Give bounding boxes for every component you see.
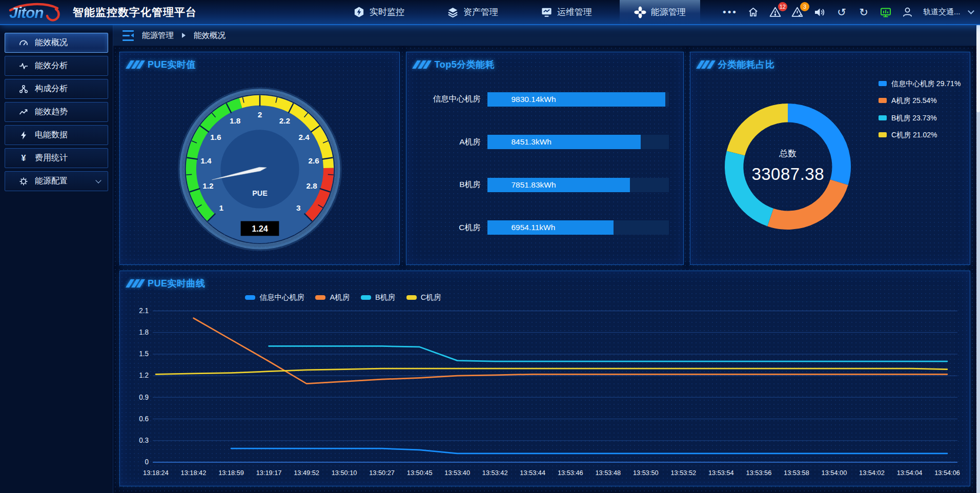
legend-swatch [245,295,255,300]
svg-text:3: 3 [296,203,301,212]
top5-bar-chart: 信息中心机房 9830.14kWh A机房 8451.3kWh B机房 7851… [406,73,683,264]
user-icon[interactable] [901,6,914,19]
panel-pue-gauge: PUE实时值 11.21.41.61.822.22.42.62.83PUE1.2… [119,52,400,265]
monitor-chart-icon [540,6,553,18]
legend-item[interactable]: 信息中心机房 29.71% [879,79,967,88]
user-name[interactable]: 轨道交通... [923,7,961,17]
scrollbar-thumb[interactable] [976,25,980,112]
svg-text:1.8: 1.8 [230,116,241,125]
svg-text:0.3: 0.3 [139,436,149,444]
bolt-icon [19,131,28,140]
panel-header: PUE实时曲线 [120,271,970,292]
legend-label: B机房 [375,293,395,302]
history-icon[interactable]: ↺ [835,6,848,19]
alarm-confirmed-icon[interactable]: 3 [791,6,804,19]
bar-value-label: 8451.3kWh [487,137,551,147]
svg-text:0: 0 [145,458,149,466]
legend-item[interactable]: B机房 [361,293,395,302]
more-tabs-button[interactable]: ••• [713,0,747,24]
title-slashes-icon [699,60,713,69]
svg-text:13:53:46: 13:53:46 [558,469,583,477]
breadcrumb-arrow-icon [182,33,186,38]
sidebar: 能效概况 能效分析 构成分析 能效趋势 电能数据 ¥ 费用统计 [0,25,113,493]
legend-swatch [879,132,887,137]
sidebar-item-energy-analysis[interactable]: 能效分析 [5,56,108,76]
panel-header: 分类能耗占比 [690,52,970,73]
svg-text:0.9: 0.9 [139,393,149,401]
bar-category-label: A机房 [411,137,480,148]
bar-fill[interactable]: 9830.14kWh [487,92,665,107]
tab-ops-management[interactable]: 运维管理 [526,0,606,24]
svg-text:13:19:17: 13:19:17 [256,469,282,477]
legend-item[interactable]: A机房 [315,293,350,302]
bar-row: C机房 6954.11kWh [411,220,668,235]
svg-text:2.6: 2.6 [308,156,319,165]
panel-title: 分类能耗占比 [718,58,775,71]
svg-text:13:53:52: 13:53:52 [670,469,696,477]
svg-text:13:49:52: 13:49:52 [294,469,319,477]
legend-swatch [879,81,887,86]
donut-legend: 信息中心机房 29.71% A机房 25.54% B机房 23.73% C机房 … [879,73,967,260]
bar-value-label: 6954.11kWh [487,223,555,232]
chevron-down-icon[interactable] [968,8,975,14]
bar-fill[interactable]: 7851.83kWh [487,178,629,192]
breadcrumb-item-overview[interactable]: 能效概况 [194,30,226,41]
refresh-icon[interactable]: ↻ [857,6,870,19]
sidebar-item-label: 电能数据 [35,130,68,140]
big-screen-icon[interactable] [879,6,892,19]
legend-item[interactable]: C机房 [406,293,441,302]
navbar-actions: 12 3 ↺ ↻ 轨道交通... [747,6,980,19]
tab-energy-management[interactable]: 能源管理 [620,0,700,24]
svg-text:13:54:02: 13:54:02 [859,469,885,477]
sidebar-item-power-data[interactable]: 电能数据 [5,125,108,145]
legend-item[interactable]: A机房 25.54% [879,96,967,105]
tab-label: 资产管理 [463,6,498,18]
svg-text:13:53:56: 13:53:56 [746,469,772,477]
sidebar-item-composition-analysis[interactable]: 构成分析 [5,79,108,99]
pulse-icon [19,61,28,71]
svg-text:13:50:10: 13:50:10 [332,469,357,477]
sidebar-item-label: 能效概况 [35,37,68,48]
page-scrollbar[interactable] [976,25,980,493]
breadcrumb-item-energy[interactable]: 能源管理 [142,30,174,41]
tab-asset-management[interactable]: 资产管理 [432,0,513,24]
panel-top5-energy: Top5分类能耗 信息中心机房 9830.14kWh A机房 8451.3kWh [406,52,683,265]
brand-area: Jiton 智能监控数字化管理平台 [0,2,241,23]
svg-text:2: 2 [257,110,262,119]
tab-realtime-monitoring[interactable]: 实时监控 [338,0,419,24]
fan-icon [634,6,646,18]
top-navbar: Jiton 智能监控数字化管理平台 实时监控 资产管理 运维 [0,0,980,25]
bar-fill[interactable]: 6954.11kWh [487,220,613,235]
bar-category-label: 信息中心机房 [411,94,480,105]
sound-icon[interactable] [813,6,826,19]
svg-text:13:53:50: 13:53:50 [633,469,659,477]
svg-text:13:53:54: 13:53:54 [708,469,734,477]
sidebar-item-energy-trend[interactable]: 能效趋势 [5,102,108,122]
tab-label: 实时监控 [370,6,404,18]
svg-text:13:18:59: 13:18:59 [218,469,244,477]
collapse-sidebar-icon[interactable] [122,30,134,41]
svg-text:13:18:24: 13:18:24 [143,469,169,477]
svg-text:PUE: PUE [252,189,268,197]
sidebar-item-cost-statistics[interactable]: ¥ 费用统计 [5,148,108,168]
legend-item[interactable]: C机房 21.02% [879,130,967,139]
lightning-hexagon-icon [353,6,365,18]
legend-item[interactable]: 信息中心机房 [245,293,304,302]
svg-text:2.1: 2.1 [139,306,149,315]
alarm-unconfirmed-icon[interactable]: 12 [769,6,782,19]
svg-text:13:50:45: 13:50:45 [407,469,433,477]
svg-text:13:53:42: 13:53:42 [482,469,508,477]
dashboard-content: PUE实时值 11.21.41.61.822.22.42.62.83PUE1.2… [113,46,976,493]
home-icon[interactable] [747,6,760,19]
svg-text:1.8: 1.8 [139,328,149,336]
pue-gauge-chart: 11.21.41.61.822.22.42.62.83PUE1.24 [120,73,399,264]
bar-fill[interactable]: 8451.3kWh [487,135,640,149]
bar-track: 7851.83kWh [487,178,668,192]
sidebar-item-energy-config[interactable]: 能源配置 [5,171,108,191]
legend-label: A机房 [330,293,350,302]
svg-text:13:54:04: 13:54:04 [897,469,923,477]
sidebar-item-label: 能源配置 [35,176,68,187]
legend-item[interactable]: B机房 23.73% [879,113,967,122]
sidebar-item-energy-overview[interactable]: 能效概况 [5,33,108,53]
nav-tabs: 实时监控 资产管理 运维管理 [338,0,747,24]
